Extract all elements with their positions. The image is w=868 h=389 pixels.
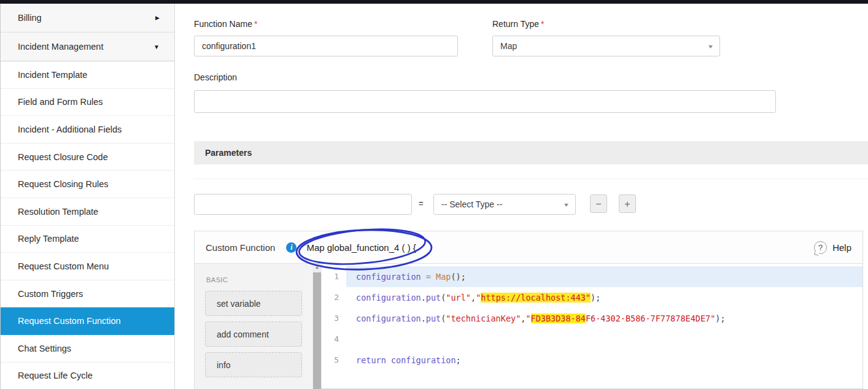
sidebar-item-incident-additional-fields[interactable]: Incident - Additional Fields (1, 116, 174, 144)
function-name-input[interactable] (194, 36, 458, 56)
sidebar-item-label: Request Closing Rules (18, 179, 109, 189)
sidebar-item-label: Custom Triggers (18, 289, 83, 299)
main-content: Function Name* Return Type* Map ▾ Descri… (176, 4, 868, 389)
parameters-section-header: Parameters (194, 141, 868, 164)
code-text: return configuration; (346, 350, 862, 371)
sidebar-item-reply-template[interactable]: Reply Template (1, 226, 174, 253)
return-type-value: Map (500, 41, 517, 51)
sidebar-item-field-and-form-rules[interactable]: Field and Form Rules (1, 89, 174, 117)
sidebar-item-label: Field and Form Rules (18, 97, 103, 107)
help-label: Help (832, 242, 851, 253)
custom-function-panel: Custom Function i Map global_function_4 … (194, 231, 863, 389)
sidebar-item-label: Incident - Additional Fields (18, 125, 122, 134)
sidebar-item-request-custom-function[interactable]: Request Custom Function (1, 307, 174, 335)
sidebar-item-label: Reply Template (18, 234, 79, 244)
required-asterisk: * (254, 19, 257, 29)
sidebar-item-custom-triggers[interactable]: Custom Triggers (1, 280, 174, 308)
sidebar-item-request-life-cycle[interactable]: Request Life Cycle (1, 363, 174, 389)
scroll-up-icon[interactable]: ▲ (312, 264, 322, 270)
sidebar-item-label: Billing (18, 13, 42, 23)
parameter-type-select[interactable]: -- Select Type -- ▾ (433, 194, 576, 215)
help-icon: ? (814, 241, 827, 254)
code-text: configuration = Map(); (346, 266, 862, 287)
line-number: 2 (322, 287, 346, 308)
equals-sign: = (419, 199, 424, 208)
toolbox-buttons: set variableadd commentinfo (205, 291, 312, 377)
request-custom-function-page: Billing▶Incident Management▼Incident Tem… (0, 0, 868, 389)
code-line-2[interactable]: 2configuration.put("url","https://localh… (322, 287, 862, 308)
parameter-type-value: -- Select Type -- (441, 199, 502, 209)
code-line-3[interactable]: 3configuration.put("technicianKey","FD3B… (322, 308, 862, 329)
divider (194, 179, 868, 179)
return-type-label: Return Type* (492, 19, 544, 29)
tool-button-set-variable[interactable]: set variable (205, 291, 302, 316)
code-line-5[interactable]: 5return configuration; (322, 350, 862, 371)
required-asterisk: * (541, 19, 544, 29)
sidebar-item-resolution-template[interactable]: Resolution Template (1, 198, 174, 226)
sidebar-item-request-custom-menu[interactable]: Request Custom Menu (1, 253, 174, 280)
description-input[interactable] (194, 90, 776, 113)
sidebar-item-incident-template[interactable]: Incident Template (1, 61, 174, 89)
sidebar-item-label: Request Custom Function (18, 316, 121, 326)
line-number: 5 (322, 350, 346, 371)
toolbox-group-label: BASIC (206, 276, 312, 283)
help-button[interactable]: ? Help (814, 241, 851, 254)
line-number: 1 (322, 266, 346, 287)
add-parameter-button[interactable]: + (619, 194, 636, 213)
chevron-down-icon: ▾ (564, 201, 568, 208)
code-text: configuration.put("url","https://localho… (346, 287, 862, 308)
sidebar-item-label: Incident Template (18, 70, 87, 80)
code-line-1[interactable]: 1configuration = Map(); (322, 266, 862, 287)
custom-function-header: Custom Function i Map global_function_4 … (195, 231, 862, 264)
scrollbar-thumb[interactable] (313, 272, 321, 389)
function-name-label: Function Name* (194, 19, 257, 29)
function-signature: Map global_function_4 ( ) { (306, 242, 416, 253)
description-label: Description (194, 72, 237, 82)
custom-function-title: Custom Function (206, 242, 275, 253)
remove-parameter-button[interactable]: − (590, 194, 607, 213)
sidebar-item-label: Chat Settings (18, 344, 71, 353)
chevron-down-icon: ▾ (708, 43, 713, 50)
tool-button-info[interactable]: info (205, 352, 302, 377)
sidebar-item-label: Request Custom Menu (18, 261, 109, 271)
code-text (346, 329, 862, 350)
chevron-right-icon: ▶ (155, 15, 160, 21)
sidebar: Billing▶Incident Management▼Incident Tem… (0, 4, 175, 389)
sidebar-item-incident-management[interactable]: Incident Management▼ (1, 33, 174, 61)
sidebar-item-chat-settings[interactable]: Chat Settings (1, 335, 174, 363)
parameter-name-input[interactable] (194, 194, 412, 215)
sidebar-item-label: Request Closure Code (18, 152, 108, 162)
line-number: 4 (322, 329, 346, 350)
info-icon[interactable]: i (286, 242, 296, 253)
script-editor: BASIC set variableadd commentinfo ▲ 1con… (195, 264, 862, 389)
sidebar-item-request-closure-code[interactable]: Request Closure Code (1, 144, 174, 171)
snippet-toolbox: BASIC set variableadd commentinfo (195, 264, 312, 389)
return-type-select[interactable]: Map ▾ (492, 36, 720, 56)
code-area[interactable]: 1configuration = Map();2configuration.pu… (322, 264, 862, 389)
line-number: 3 (322, 308, 346, 329)
code-line-4[interactable]: 4 (322, 329, 862, 350)
editor-scrollbar[interactable]: ▲ (312, 264, 322, 389)
tool-button-add-comment[interactable]: add comment (205, 322, 302, 347)
sidebar-item-request-closing-rules[interactable]: Request Closing Rules (1, 171, 174, 198)
sidebar-item-label: Incident Management (18, 42, 103, 52)
sidebar-item-label: Request Life Cycle (18, 371, 93, 380)
chevron-down-icon: ▼ (153, 44, 160, 50)
sidebar-item-billing[interactable]: Billing▶ (1, 4, 174, 33)
code-text: configuration.put("technicianKey","FD3B3… (346, 308, 862, 329)
sidebar-item-label: Resolution Template (18, 207, 98, 217)
